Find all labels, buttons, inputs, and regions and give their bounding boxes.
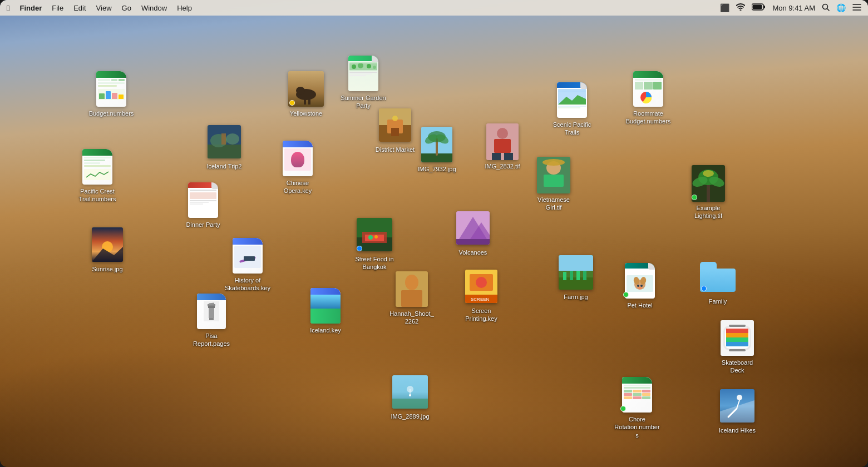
svg-rect-105	[726, 342, 748, 346]
svg-rect-1	[764, 6, 766, 8]
file-vietnamese-girl[interactable]: Vietnamese Girl.tif	[529, 157, 579, 212]
svg-point-68	[497, 128, 508, 139]
svg-rect-83	[583, 270, 586, 280]
svg-rect-15	[221, 133, 226, 145]
file-history-skateboards[interactable]: History of Skateboards.key	[223, 238, 273, 293]
file-pacific-crest[interactable]: Pacific Crest Trail.numbers	[72, 149, 122, 204]
svg-point-42	[374, 235, 378, 239]
file-label: Skateboard Deck	[712, 358, 762, 375]
svg-rect-61	[456, 239, 490, 245]
svg-point-91	[638, 287, 642, 289]
svg-rect-70	[492, 153, 501, 160]
file-yellowstone[interactable]: Yellowstone	[281, 71, 331, 118]
menu-view[interactable]: View	[96, 4, 112, 12]
file-sunrise[interactable]: Sunrise.jpg	[82, 227, 132, 274]
file-label: Pisa Report.pages	[186, 331, 236, 349]
file-farm[interactable]: Farm.jpg	[551, 255, 601, 301]
file-label: Street Food in Bangkok	[349, 255, 400, 272]
file-label: Dinner Party	[184, 220, 221, 229]
menu-edit[interactable]: Edit	[73, 4, 86, 12]
control-center-icon[interactable]	[852, 3, 861, 13]
file-example-lighting[interactable]: Example Lighting.tif	[683, 166, 733, 221]
file-label: Volcanoes	[457, 248, 489, 257]
apple-menu[interactable]: 	[7, 3, 9, 13]
file-label: Iceland.key	[308, 326, 343, 335]
file-dinner-party[interactable]: Dinner Party	[178, 182, 228, 229]
file-pet-hotel[interactable]: Pet Hotel	[615, 263, 665, 310]
menu-go[interactable]: Go	[122, 4, 131, 12]
svg-rect-46	[401, 290, 422, 307]
menu-window[interactable]: Window	[141, 4, 167, 12]
svg-point-77	[542, 159, 565, 166]
svg-rect-107	[729, 349, 746, 351]
svg-rect-104	[726, 337, 748, 342]
file-volcanoes[interactable]: Volcanoes	[448, 210, 498, 257]
svg-rect-12	[208, 145, 241, 158]
svg-rect-106	[729, 325, 746, 327]
file-chinese-opera[interactable]: Chinese Opera.key	[273, 141, 323, 196]
file-roommate-budget[interactable]: Roommate Budget.numbers	[623, 71, 673, 126]
file-pisa-report[interactable]: Pisa Report.pages	[186, 294, 236, 349]
file-img-2889[interactable]: IMG_2889.jpg	[385, 374, 435, 421]
file-street-food[interactable]: Street Food in Bangkok	[349, 217, 400, 272]
file-label: Screen Printing.key	[456, 306, 506, 324]
globe-icon[interactable]: 🌐	[836, 3, 846, 12]
desktop: Budget.numbers Pacif	[0, 16, 868, 467]
svg-rect-35	[391, 128, 399, 136]
svg-point-45	[405, 275, 418, 290]
file-img-2832[interactable]: IMG_2832.tif	[477, 124, 527, 171]
svg-point-109	[737, 395, 742, 400]
svg-rect-103	[726, 333, 748, 337]
file-label: Sunrise.jpg	[90, 265, 124, 274]
file-iceland-hikes[interactable]: Iceland Hikes	[712, 388, 762, 435]
svg-rect-18	[209, 307, 214, 318]
file-label: IMG_7932.jpg	[416, 165, 457, 173]
file-chore-rotation[interactable]: Chore Rotation.numbers	[612, 377, 662, 440]
file-label: Iceland Hikes	[717, 426, 757, 435]
svg-line-4	[827, 8, 830, 11]
file-summer-garden[interactable]: Summer Garden Party	[338, 56, 388, 111]
file-label: Vietnamese Girl.tif	[529, 195, 579, 212]
svg-rect-76	[544, 175, 564, 187]
clock: Mon 9:41 AM	[772, 4, 815, 12]
svg-rect-71	[504, 153, 513, 160]
search-icon[interactable]	[822, 3, 830, 13]
menu-finder[interactable]: Finder	[19, 4, 42, 12]
svg-point-31	[373, 66, 376, 69]
svg-point-14	[226, 133, 239, 145]
file-label: History of Skateboards.key	[223, 276, 273, 293]
file-iceland-trip2[interactable]: Iceland Trip2	[199, 124, 249, 171]
airplay-icon[interactable]: ⬛	[720, 3, 729, 12]
svg-point-41	[368, 235, 373, 240]
wifi-icon[interactable]	[736, 3, 745, 12]
file-family-folder[interactable]: Family	[693, 259, 743, 306]
svg-rect-102	[726, 329, 748, 333]
file-label: IMG_2889.jpg	[389, 412, 431, 421]
file-skateboard-deck[interactable]: Skateboard Deck	[712, 320, 762, 375]
svg-text:SCREEN: SCREEN	[471, 297, 490, 302]
file-screen-printing[interactable]: SCREEN Screen Printing.key	[456, 269, 506, 324]
svg-point-30	[367, 64, 371, 68]
file-label: Iceland Trip2	[205, 162, 244, 171]
file-scenic-pacific[interactable]: Scenic Pacific Trails	[547, 82, 597, 137]
menu-file[interactable]: File	[52, 4, 63, 12]
svg-point-36	[392, 116, 398, 121]
file-img-7932[interactable]: IMG_7932.jpg	[412, 127, 462, 173]
file-label: Chore Rotation.numbers	[612, 415, 662, 440]
svg-point-43	[379, 236, 383, 239]
menubar-right: ⬛ Mon 9:41 AM 🌐	[720, 3, 861, 13]
file-hannah-shoot[interactable]: Hannah_Shoot_2262	[387, 271, 437, 326]
file-budget-numbers[interactable]: Budget.numbers	[86, 71, 136, 118]
file-label: Scenic Pacific Trails	[547, 120, 597, 137]
file-iceland-key[interactable]: Iceland.key	[300, 288, 351, 335]
file-label: Pacific Crest Trail.numbers	[72, 187, 122, 204]
menu-help[interactable]: Help	[177, 4, 192, 12]
svg-rect-69	[494, 139, 511, 153]
svg-point-24	[296, 87, 305, 95]
svg-rect-84	[559, 255, 593, 271]
file-label: District Market	[374, 145, 416, 154]
svg-point-28	[352, 64, 356, 69]
file-label: Example Lighting.tif	[683, 203, 733, 221]
battery-icon[interactable]	[752, 3, 766, 12]
svg-rect-82	[576, 271, 580, 280]
